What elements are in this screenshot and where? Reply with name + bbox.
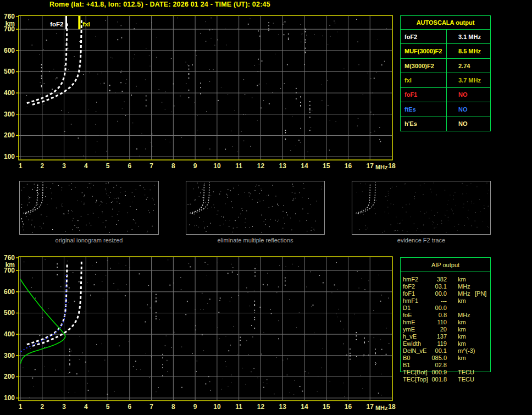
autoscala-row-value: 3.7 MHz	[447, 73, 490, 87]
axis-labels: 760700600500400300200100km12345678910111…	[4, 13, 396, 170]
panel-noise	[357, 182, 489, 233]
aip-value: 119	[428, 340, 447, 347]
aip-value: 02.8	[428, 362, 447, 369]
aip-unit: km	[458, 333, 466, 340]
svg-text:18: 18	[388, 403, 396, 411]
svg-text:18: 18	[388, 162, 396, 170]
svg-text:760: 760	[4, 254, 15, 262]
autoscala-row-label: ftEs	[401, 102, 447, 116]
aip-label: TEC[Top]	[403, 376, 428, 383]
aip-value: 001.8	[428, 376, 447, 383]
panel-x-mode-trace	[25, 182, 43, 214]
aip-label: foF1	[403, 290, 415, 297]
svg-text:300: 300	[4, 110, 15, 118]
aip-row: foF100.0MHz[PN]	[403, 290, 496, 297]
autoscala-row: fxI3.7 MHz	[401, 73, 490, 87]
aip-label: h_vE	[403, 333, 417, 340]
aip-label: B1	[403, 362, 410, 369]
svg-text:7: 7	[149, 162, 153, 170]
svg-text:MHz: MHz	[375, 405, 388, 411]
aip-unit: m^(-3)	[458, 347, 475, 355]
svg-text:8: 8	[171, 162, 175, 170]
svg-text:4: 4	[84, 162, 88, 170]
svg-text:km: km	[5, 261, 15, 269]
aip-value: 137	[428, 333, 447, 340]
autoscala-app-screen: Rome (lat: +41.8, lon: 012.5) - DATE: 20…	[0, 0, 532, 415]
panel-noise	[21, 182, 155, 233]
aip-label: hmE	[403, 319, 415, 326]
aip-unit: MHz	[458, 290, 470, 297]
aip-unit: km	[458, 340, 466, 347]
aip-unit: km	[458, 319, 466, 326]
panel-x-mode-trace	[192, 182, 209, 214]
panel-original-ionogram	[19, 181, 159, 235]
aip-unit: TECU	[458, 376, 474, 383]
svg-text:760: 760	[4, 13, 15, 20]
plot-frame	[19, 257, 392, 401]
panel-caption-eliminate: eliminate multiple reflections	[186, 237, 325, 244]
aip-value: 00.0	[428, 290, 447, 297]
svg-text:9: 9	[193, 162, 197, 170]
aip-label: hmF2	[403, 276, 418, 283]
svg-text:10: 10	[213, 162, 221, 170]
aip-row: foF203.1MHz	[403, 283, 496, 290]
svg-text:14: 14	[301, 162, 308, 170]
aip-label: foE	[403, 312, 412, 319]
svg-text:9: 9	[193, 403, 197, 411]
aip-unit: km	[458, 355, 466, 362]
svg-text:5: 5	[106, 162, 110, 170]
svg-text:17: 17	[367, 162, 374, 170]
aip-label: D1	[403, 305, 411, 312]
aip-label: Ewidth	[403, 340, 421, 347]
svg-text:600: 600	[4, 288, 15, 296]
x-mode-trace	[32, 259, 81, 346]
autoscala-output-table: AUTOSCALA output foF23.1 MHzMUF(3000)F28…	[400, 15, 491, 131]
aip-row: foE0.8MHz	[403, 312, 496, 319]
aip-row: Ewidth119km	[403, 340, 496, 347]
aip-value: 110	[428, 319, 447, 326]
aip-row: D100.0	[403, 305, 496, 312]
autoscala-table-body: foF23.1 MHzMUF(3000)F28.5 MHzM(3000)F22.…	[401, 30, 490, 131]
svg-text:11: 11	[235, 162, 242, 170]
autoscala-row: foF23.1 MHz	[401, 30, 490, 44]
svg-text:600: 600	[4, 47, 15, 54]
panel-echo-trace	[21, 218, 25, 225]
svg-text:15: 15	[323, 403, 330, 411]
autoscala-row: h'EsNO	[401, 117, 490, 131]
svg-text:8: 8	[171, 403, 175, 411]
aip-row: hmF2382km	[403, 276, 496, 283]
aip-row: B102.8	[403, 362, 496, 369]
autoscala-row-label: foF1	[401, 88, 447, 102]
aip-label: ymE	[403, 326, 415, 333]
svg-text:14: 14	[301, 403, 308, 411]
aip-value: 000.9	[428, 369, 447, 376]
autoscala-row-value: NO	[447, 88, 490, 102]
svg-text:km: km	[5, 20, 15, 27]
aip-row: DelN_vE00.1m^(-3)	[403, 347, 496, 355]
panel-caption-evidence: evidence F2 trace	[352, 237, 491, 244]
aip-table-header: AIP output	[401, 258, 490, 272]
svg-text:13: 13	[279, 403, 287, 411]
autoscala-row: M(3000)F22.74	[401, 59, 490, 73]
autoscala-row-value: 8.5 MHz	[447, 44, 490, 58]
aip-unit: km	[458, 297, 466, 305]
autoscala-row: ftEsNO	[401, 102, 490, 117]
aip-label: hmF1	[403, 297, 418, 305]
foF2-marker-label: foF2	[50, 21, 63, 27]
o-mode-trace	[27, 264, 67, 344]
aip-label: foF2	[403, 283, 415, 290]
panel-evidence-f2-trace	[352, 181, 491, 235]
aip-value: 20	[428, 326, 447, 333]
panel-caption-original: original ionogram resized	[19, 237, 159, 244]
fxI-marker-label: fxI	[82, 21, 90, 27]
svg-text:500: 500	[4, 68, 15, 75]
panel-eliminate-reflections	[186, 181, 325, 235]
aip-value: 00.0	[428, 305, 447, 312]
svg-text:12: 12	[257, 162, 265, 170]
x-mode-trace	[32, 18, 81, 104]
autoscala-row-value: NO	[447, 117, 490, 131]
svg-text:7: 7	[149, 403, 153, 411]
autoscala-row: MUF(3000)F28.5 MHz	[401, 44, 490, 58]
aip-row: hmE110km	[403, 319, 496, 326]
aip-row: h_vE137km	[403, 333, 496, 340]
